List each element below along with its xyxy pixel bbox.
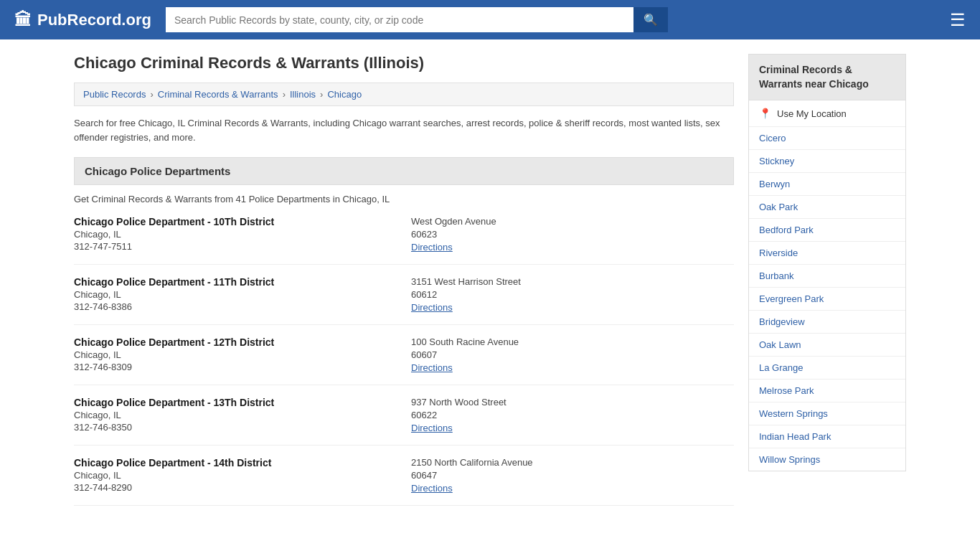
- sidebar-nearby-item[interactable]: Berwyn: [749, 173, 905, 196]
- dept-name: Chicago Police Department - 10Th Distric…: [74, 216, 397, 227]
- main-container: Chicago Criminal Records & Warrants (Ill…: [60, 39, 920, 532]
- site-header: 🏛 PubRecord.org 🔍 ☰: [0, 0, 980, 39]
- dept-phone: 312-746-8309: [74, 362, 397, 373]
- search-icon: 🔍: [644, 14, 658, 26]
- main-content: Chicago Criminal Records & Warrants (Ill…: [74, 54, 734, 517]
- sidebar-nearby-item[interactable]: Bridgeview: [749, 311, 905, 334]
- directions-link[interactable]: Directions: [411, 362, 453, 373]
- table-row: Chicago Police Department - 13Th Distric…: [74, 397, 734, 446]
- breadcrumb-criminal-records[interactable]: Criminal Records & Warrants: [158, 89, 278, 100]
- dept-address: 937 North Wood Street: [411, 397, 734, 408]
- sidebar-nearby-item[interactable]: La Grange: [749, 357, 905, 380]
- dept-city: Chicago, IL: [74, 410, 397, 420]
- hamburger-icon: ☰: [950, 10, 966, 29]
- dept-address: 100 South Racine Avenue: [411, 336, 734, 348]
- dept-name: Chicago Police Department - 11Th Distric…: [74, 276, 397, 288]
- dept-phone: 312-746-8386: [74, 301, 397, 313]
- directions-link[interactable]: Directions: [411, 242, 453, 253]
- sidebar-nearby-item[interactable]: Melrose Park: [749, 380, 905, 402]
- dept-address: 3151 West Harrison Street: [411, 276, 734, 288]
- page-description: Search for free Chicago, IL Criminal Rec…: [74, 116, 734, 144]
- sidebar-title: Criminal Records & Warrants near Chicago: [748, 54, 906, 100]
- sidebar-nearby-item[interactable]: Burbank: [749, 265, 905, 288]
- sidebar-nearby-item[interactable]: Riverside: [749, 242, 905, 265]
- dept-city: Chicago, IL: [74, 349, 397, 360]
- search-input[interactable]: [166, 7, 633, 32]
- breadcrumb-illinois[interactable]: Illinois: [290, 89, 316, 100]
- logo-text: PubRecord.org: [37, 11, 151, 29]
- sidebar-nearby-item[interactable]: Cicero: [749, 127, 905, 150]
- breadcrumb-chicago[interactable]: Chicago: [327, 89, 362, 100]
- dept-city: Chicago, IL: [74, 470, 397, 481]
- pin-icon: 📍: [759, 108, 771, 119]
- search-button[interactable]: 🔍: [633, 7, 668, 32]
- dept-directions[interactable]: Directions: [411, 301, 734, 313]
- breadcrumb-sep-3: ›: [320, 89, 323, 100]
- sidebar-nearby-item[interactable]: Stickney: [749, 150, 905, 173]
- dept-city: Chicago, IL: [74, 289, 397, 300]
- sidebar-nearby-item[interactable]: Willow Springs: [749, 448, 905, 471]
- menu-button[interactable]: ☰: [950, 10, 966, 30]
- page-title: Chicago Criminal Records & Warrants (Ill…: [74, 54, 734, 72]
- table-row: Chicago Police Department - 11Th Distric…: [74, 276, 734, 325]
- logo-icon: 🏛: [14, 10, 32, 30]
- sidebar-nearby-item[interactable]: Indian Head Park: [749, 425, 905, 448]
- dept-zip: 60623: [411, 229, 734, 240]
- directions-link[interactable]: Directions: [411, 423, 453, 433]
- dept-directions[interactable]: Directions: [411, 482, 734, 494]
- search-bar: 🔍: [166, 7, 668, 32]
- breadcrumb-sep-2: ›: [283, 89, 286, 100]
- breadcrumb-sep-1: ›: [150, 89, 153, 100]
- sidebar-list: 📍 Use My Location CiceroStickneyBerwynOa…: [748, 100, 906, 471]
- dept-name: Chicago Police Department - 12Th Distric…: [74, 336, 397, 348]
- dept-phone: 312-746-8350: [74, 422, 397, 433]
- dept-directions[interactable]: Directions: [411, 362, 734, 373]
- dept-phone: 312-747-7511: [74, 241, 397, 253]
- dept-city: Chicago, IL: [74, 229, 397, 240]
- table-row: Chicago Police Department - 12Th Distric…: [74, 336, 734, 385]
- sidebar-nearby-item[interactable]: Oak Lawn: [749, 334, 905, 357]
- directions-link[interactable]: Directions: [411, 483, 453, 494]
- table-row: Chicago Police Department - 14th Distric…: [74, 457, 734, 506]
- dept-phone: 312-744-8290: [74, 482, 397, 494]
- use-location-label: Use My Location: [777, 108, 847, 119]
- dept-address: 2150 North California Avenue: [411, 457, 734, 468]
- section-subtext: Get Criminal Records & Warrants from 41 …: [74, 194, 734, 204]
- dept-zip: 60607: [411, 349, 734, 360]
- use-location-button[interactable]: 📍 Use My Location: [749, 100, 905, 127]
- sidebar-nearby-item[interactable]: Evergreen Park: [749, 288, 905, 311]
- logo-link[interactable]: 🏛 PubRecord.org: [14, 10, 151, 30]
- dept-directions[interactable]: Directions: [411, 241, 734, 253]
- sidebar: Criminal Records & Warrants near Chicago…: [748, 54, 906, 517]
- dept-name: Chicago Police Department - 14th Distric…: [74, 457, 397, 468]
- dept-zip: 60622: [411, 410, 734, 420]
- section-header: Chicago Police Departments: [74, 157, 734, 185]
- dept-name: Chicago Police Department - 13Th Distric…: [74, 397, 397, 408]
- dept-directions[interactable]: Directions: [411, 422, 734, 433]
- sidebar-nearby-item[interactable]: Bedford Park: [749, 219, 905, 242]
- breadcrumb-public-records[interactable]: Public Records: [83, 89, 146, 100]
- dept-zip: 60647: [411, 470, 734, 481]
- sidebar-nearby-item[interactable]: Western Springs: [749, 402, 905, 425]
- breadcrumb: Public Records › Criminal Records & Warr…: [74, 83, 734, 106]
- dept-zip: 60612: [411, 289, 734, 300]
- nearby-list: CiceroStickneyBerwynOak ParkBedford Park…: [749, 127, 905, 471]
- table-row: Chicago Police Department - 10Th Distric…: [74, 216, 734, 265]
- department-list: Chicago Police Department - 10Th Distric…: [74, 216, 734, 506]
- dept-address: West Ogden Avenue: [411, 216, 734, 227]
- directions-link[interactable]: Directions: [411, 302, 453, 313]
- sidebar-nearby-item[interactable]: Oak Park: [749, 196, 905, 219]
